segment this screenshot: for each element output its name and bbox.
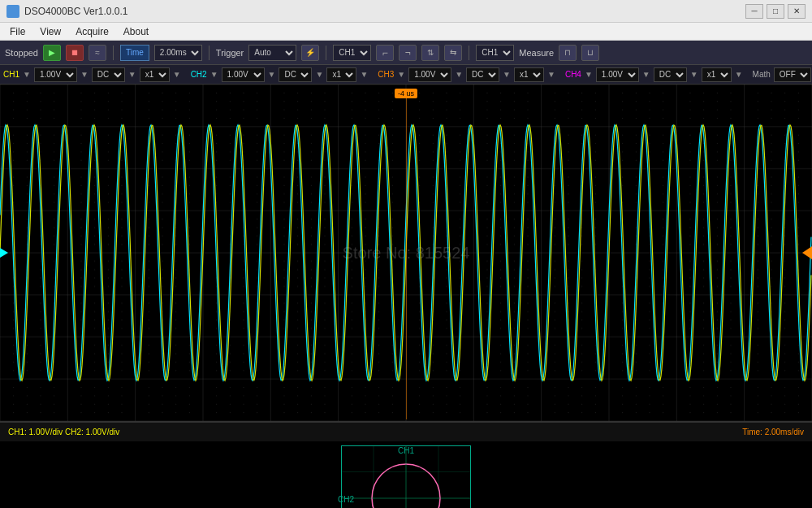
separator-3 [326,46,326,60]
ch1-coupling-select[interactable]: DC [92,67,125,82]
edge-both-icon[interactable]: ⇅ [421,45,439,61]
ch1-source-select[interactable]: CH1 CH2 [333,45,371,61]
channel-bar: CH1 ▼ 1.00V ▼ DC ▼ x1 ▼ CH2 ▼ 1.00V ▼ DC… [0,65,812,85]
trigger-level-arrow [802,246,812,259]
ch1-mult-select[interactable]: x1 [140,67,170,82]
edge-rising-icon[interactable]: ⌐ [376,45,394,61]
minimize-button[interactable]: ─ [745,4,763,19]
separator-1 [113,46,114,60]
measure-wave1-icon[interactable]: ⊓ [559,45,577,61]
separator-4 [469,46,469,60]
trigger-line [405,98,406,419]
trigger-mode-select[interactable]: Auto Normal Single [248,45,296,61]
maximize-button[interactable]: □ [767,4,784,19]
menu-file[interactable]: File [3,24,32,40]
edge-alt-icon[interactable]: ⇆ [444,45,462,61]
separator-2 [209,46,209,60]
ch4-mult-select[interactable]: x1 [702,67,732,82]
wave-button[interactable]: ≈ [89,45,106,61]
ch4-voltage-select[interactable]: 1.00V [596,67,639,82]
menu-acquire[interactable]: Acquire [69,24,115,40]
measure-label: Measure [519,48,554,58]
ch2-coupling-select[interactable]: DC [279,67,312,82]
ch3-voltage-select[interactable]: 1.00V [408,67,451,82]
window-controls: ─ □ ✕ [745,4,806,19]
trigger-marker: -4 us [395,89,417,419]
app-title: DSO4000BC Ver1.0.0.1 [24,6,127,17]
ch4-label: CH4 [565,70,581,79]
measure-wave2-icon[interactable]: ⊔ [581,45,599,61]
info-bar: CH1: 1.00V/div CH2: 1.00V/div Time: 2.00… [0,422,812,441]
ch1-measure-select[interactable]: CH1 [476,45,514,61]
time-highlight: Time [120,45,149,61]
ch3-mult-select[interactable]: x1 [514,67,544,82]
play-button[interactable]: ▶ [43,45,61,61]
edge-falling-icon[interactable]: ¬ [399,45,417,61]
math-label: Math [753,70,771,79]
xy-section: CH1 CH2 X-Y Plot [0,441,812,508]
trigger-label: Trigger [216,48,244,58]
ch4-coupling-select[interactable]: DC [654,67,687,82]
app-icon [6,5,19,18]
ch2-label: CH2 [191,70,207,79]
time-select[interactable]: 2.00ms 1.00ms 500us [154,45,202,61]
time-info: Time: 2.00ms/div [742,428,804,436]
close-button[interactable]: ✕ [788,4,806,19]
title-bar: DSO4000BC Ver1.0.0.1 ─ □ ✕ [0,0,812,23]
scope-wrapper: -4 us Store No: 815524 CH1: 1.00V/div CH… [0,85,812,508]
ch3-coupling-select[interactable]: DC [466,67,499,82]
ch3-label: CH3 [378,70,394,79]
stop-button[interactable]: ⏹ [66,45,84,61]
menu-view[interactable]: View [33,24,67,40]
ch1-marker-arrow [0,248,8,258]
menu-about[interactable]: About [117,24,155,40]
channel-info: CH1: 1.00V/div CH2: 1.00V/div [8,428,119,436]
stopped-label: Stopped [5,48,38,58]
ch1-level-marker [0,248,8,258]
ch2-voltage-select[interactable]: 1.00V [222,67,265,82]
xy-ch2-label: CH2 [338,495,354,504]
ch2-mult-select[interactable]: x1 [326,67,356,82]
toolbar: Stopped ▶ ⏹ ≈ Time 2.00ms 1.00ms 500us T… [0,41,812,65]
trigger-level-marker [802,246,812,259]
time-label: Time [126,48,144,57]
trigger-time-label: -4 us [395,89,417,98]
math-select[interactable]: OFF ON [774,67,811,82]
ch1-voltage-select[interactable]: 1.00V [34,67,77,82]
xy-ch1-label: CH1 [398,446,414,455]
ch1-label: CH1 [3,70,19,79]
trigger-config-button[interactable]: ⚡ [301,45,319,61]
title-bar-left: DSO4000BC Ver1.0.0.1 [6,5,127,18]
menu-bar: File View Acquire About [0,23,812,41]
oscilloscope-display[interactable]: -4 us Store No: 815524 [0,85,812,422]
